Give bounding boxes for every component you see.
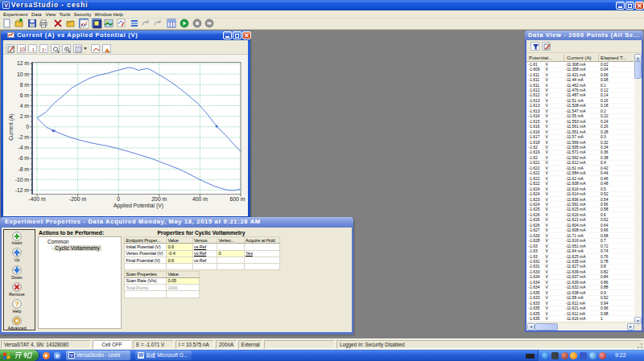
svg-text:Applied Potential (V): Applied Potential (V): [114, 203, 163, 209]
svg-text:10 m: 10 m: [17, 72, 29, 77]
svg-text:4 m: 4 m: [20, 103, 30, 109]
svg-text:12 m: 12 m: [17, 60, 29, 66]
svg-text:1↑: 1↑: [42, 47, 47, 52]
svg-text:400 m: 400 m: [192, 196, 208, 202]
svg-text:0: 0: [117, 196, 120, 202]
svg-text:-400 m: -400 m: [28, 196, 45, 202]
svg-text:?: ?: [14, 300, 19, 308]
svg-text:6 m: 6 m: [20, 92, 30, 98]
svg-text:-10 m: -10 m: [15, 177, 30, 183]
svg-text:2 m: 2 m: [20, 113, 30, 119]
svg-text:600 m: 600 m: [230, 196, 246, 202]
svg-text:-2 m: -2 m: [18, 134, 29, 140]
svg-text:10: 10: [19, 47, 26, 52]
svg-text:8 m: 8 m: [20, 82, 30, 88]
svg-text:-4 m: -4 m: [18, 145, 29, 150]
svg-text:.1: .1: [31, 47, 35, 52]
svg-text:-12 m: -12 m: [15, 187, 30, 193]
svg-text:200 m: 200 m: [151, 196, 167, 202]
svg-text:-6 m: -6 m: [18, 155, 29, 161]
svg-text:Current (A): Current (A): [8, 113, 14, 141]
svg-text:-8 m: -8 m: [18, 166, 29, 172]
svg-text:-200 m: -200 m: [69, 196, 86, 202]
svg-text:0: 0: [26, 124, 29, 129]
